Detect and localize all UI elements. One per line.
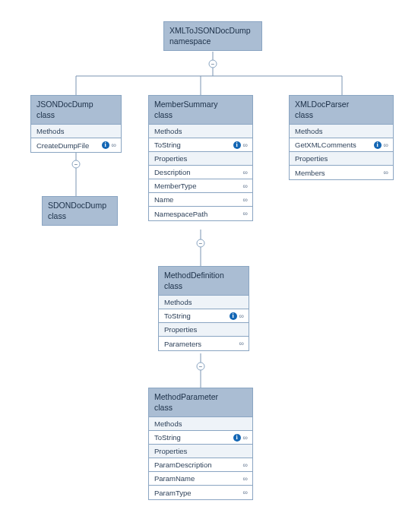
collapse-icon[interactable]: − <box>197 239 205 248</box>
section-methods: Methods <box>290 125 393 138</box>
class-title: JSONDocDumpclass <box>31 96 121 125</box>
collapse-icon[interactable]: − <box>72 160 81 169</box>
info-icon[interactable]: i <box>102 141 109 149</box>
class-title: XMLDocParserclass <box>290 96 393 125</box>
property-row[interactable]: Members ∞ <box>290 166 393 179</box>
property-name: ParamType <box>154 489 192 497</box>
method-row[interactable]: ToString i ∞ <box>149 138 252 152</box>
class-title: MethodDefinitionclass <box>159 267 249 296</box>
method-row[interactable]: CreateDumpFile i ∞ <box>31 138 121 152</box>
glasses-icon[interactable]: ∞ <box>243 196 247 204</box>
class-title: MemberSummaryclass <box>149 96 252 125</box>
property-name: Members <box>295 169 325 177</box>
info-icon[interactable]: i <box>230 312 237 320</box>
glasses-icon[interactable]: ∞ <box>384 141 388 149</box>
method-name: ToString <box>154 141 181 149</box>
glasses-icon[interactable]: ∞ <box>239 312 243 320</box>
method-name: ToString <box>164 312 191 320</box>
glasses-icon[interactable]: ∞ <box>243 182 247 190</box>
glasses-icon[interactable]: ∞ <box>243 461 247 469</box>
method-row[interactable]: GetXMLComments i ∞ <box>290 138 393 152</box>
method-row[interactable]: ToString i ∞ <box>159 309 249 323</box>
glasses-icon[interactable]: ∞ <box>243 434 247 442</box>
property-row[interactable]: ParamType ∞ <box>149 486 252 499</box>
property-name: ParamDescription <box>154 461 212 469</box>
namespace-title: XMLToJSONDocDumpnamespace <box>164 22 261 50</box>
section-properties: Properties <box>149 152 252 166</box>
glasses-icon[interactable]: ∞ <box>243 169 247 176</box>
property-name: Name <box>154 195 173 204</box>
property-name: NamespacePath <box>154 210 207 218</box>
section-properties: Properties <box>149 445 252 458</box>
info-icon[interactable]: i <box>233 434 241 442</box>
info-icon[interactable]: i <box>374 141 382 149</box>
property-row[interactable]: ParamName ∞ <box>149 472 252 486</box>
property-row[interactable]: NamespacePath ∞ <box>149 207 252 220</box>
method-name: GetXMLComments <box>295 141 356 149</box>
class-methodparameter[interactable]: MethodParameterclass Methods ToString i … <box>148 388 253 500</box>
collapse-icon[interactable]: − <box>209 60 217 68</box>
glasses-icon[interactable]: ∞ <box>243 210 247 217</box>
section-methods: Methods <box>159 296 249 309</box>
method-row[interactable]: ToString i ∞ <box>149 431 252 445</box>
section-properties: Properties <box>159 323 249 337</box>
class-title: MethodParameterclass <box>149 388 252 417</box>
glasses-icon[interactable]: ∞ <box>112 141 116 149</box>
property-row[interactable]: MemberType ∞ <box>149 179 252 193</box>
section-methods: Methods <box>149 125 252 138</box>
property-row[interactable]: Name ∞ <box>149 193 252 207</box>
glasses-icon[interactable]: ∞ <box>239 340 243 347</box>
info-icon[interactable]: i <box>233 141 241 149</box>
method-name: CreateDumpFile <box>36 141 89 150</box>
property-name: MemberType <box>154 182 196 190</box>
glasses-icon[interactable]: ∞ <box>243 141 247 149</box>
glasses-icon[interactable]: ∞ <box>243 475 247 483</box>
property-row[interactable]: Parameters ∞ <box>159 337 249 350</box>
property-name: Description <box>154 168 191 176</box>
class-membersummary[interactable]: MemberSummaryclass Methods ToString i ∞ … <box>148 95 253 221</box>
glasses-icon[interactable]: ∞ <box>243 489 247 496</box>
section-methods: Methods <box>149 417 252 431</box>
property-name: Parameters <box>164 340 201 348</box>
method-name: ToString <box>154 433 181 442</box>
section-properties: Properties <box>290 152 393 166</box>
glasses-icon[interactable]: ∞ <box>384 169 388 176</box>
property-row[interactable]: Description ∞ <box>149 166 252 179</box>
collapse-icon[interactable]: − <box>197 363 205 371</box>
class-jsondocdump[interactable]: JSONDocDumpclass Methods CreateDumpFile … <box>30 95 122 153</box>
class-title: SDONDocDumpclass <box>43 197 117 225</box>
property-row[interactable]: ParamDescription ∞ <box>149 458 252 472</box>
namespace-box[interactable]: XMLToJSONDocDumpnamespace <box>163 21 262 51</box>
property-name: ParamName <box>154 474 195 483</box>
class-xmldocparser[interactable]: XMLDocParserclass Methods GetXMLComments… <box>289 95 394 180</box>
class-sdondocdump[interactable]: SDONDocDumpclass <box>42 196 118 226</box>
section-methods: Methods <box>31 125 121 138</box>
class-methoddefinition[interactable]: MethodDefinitionclass Methods ToString i… <box>158 266 249 351</box>
